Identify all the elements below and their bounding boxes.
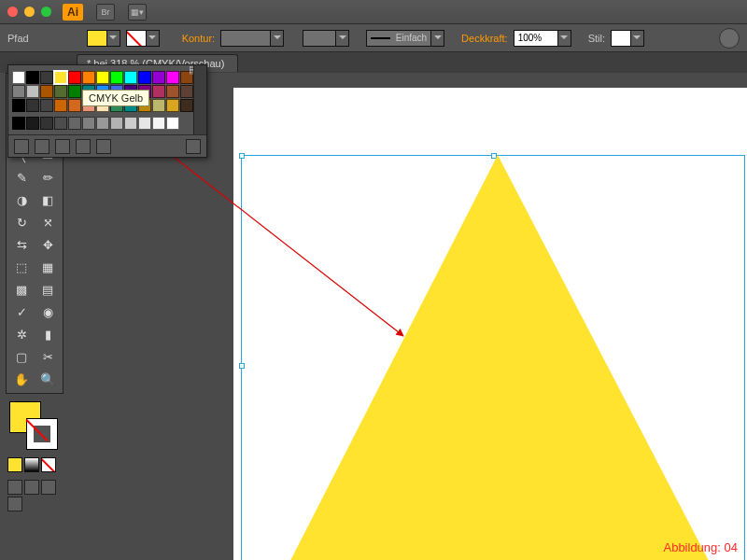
swatch[interactable] bbox=[68, 117, 81, 130]
swatch-libraries-menu[interactable] bbox=[14, 139, 29, 154]
chevron-down-icon[interactable] bbox=[336, 30, 349, 47]
new-color-group-button[interactable] bbox=[76, 139, 91, 154]
swatch[interactable] bbox=[180, 85, 193, 98]
scale-tool[interactable]: ⤧ bbox=[35, 212, 60, 232]
swatch[interactable] bbox=[54, 85, 67, 98]
slice-tool[interactable]: ✂ bbox=[35, 346, 60, 367]
swatch[interactable] bbox=[26, 117, 39, 130]
swatch[interactable] bbox=[138, 71, 151, 84]
chevron-down-icon[interactable] bbox=[271, 30, 284, 47]
new-swatch-button[interactable] bbox=[96, 139, 111, 154]
swatch[interactable] bbox=[12, 71, 25, 84]
bridge-button[interactable]: Br bbox=[96, 4, 115, 21]
swatch[interactable] bbox=[124, 71, 137, 84]
rotate-tool[interactable]: ↻ bbox=[9, 212, 34, 232]
mesh-tool[interactable]: ▩ bbox=[9, 279, 34, 300]
shape-builder-tool[interactable]: ⬚ bbox=[9, 257, 34, 277]
artboard[interactable]: Abbildung: 04 bbox=[233, 88, 747, 560]
eyedropper-tool[interactable]: ✓ bbox=[9, 301, 34, 322]
artboard-tool[interactable]: ▢ bbox=[9, 346, 34, 367]
swatch[interactable] bbox=[110, 71, 123, 84]
pencil-tool[interactable]: ✏ bbox=[35, 167, 60, 188]
screen-mode-button[interactable] bbox=[41, 480, 56, 495]
swatch[interactable] bbox=[180, 99, 193, 112]
swatch[interactable] bbox=[152, 117, 165, 130]
swatch[interactable] bbox=[54, 71, 67, 84]
zoom-tool[interactable]: 🔍 bbox=[35, 369, 60, 389]
color-mode-none[interactable] bbox=[41, 457, 56, 472]
arrange-documents-button[interactable]: ▦▾ bbox=[128, 4, 147, 21]
swatch[interactable] bbox=[26, 85, 39, 98]
swatch[interactable] bbox=[166, 85, 179, 98]
panel-toggle-button[interactable] bbox=[719, 28, 740, 49]
swatch[interactable] bbox=[152, 71, 165, 84]
eraser-tool[interactable]: ◧ bbox=[35, 189, 60, 210]
swatch[interactable] bbox=[166, 117, 179, 130]
zoom-window-button[interactable] bbox=[41, 7, 51, 17]
swatch[interactable] bbox=[96, 71, 109, 84]
stroke-swatch-none[interactable] bbox=[126, 30, 147, 47]
stroke-swatch-dropdown[interactable] bbox=[126, 30, 160, 47]
change-screen-button[interactable] bbox=[7, 497, 22, 511]
chevron-down-icon[interactable] bbox=[431, 30, 444, 47]
delete-swatch-button[interactable] bbox=[186, 139, 201, 154]
swatch[interactable] bbox=[12, 85, 25, 98]
chevron-down-icon[interactable] bbox=[631, 30, 644, 47]
swatch[interactable] bbox=[26, 99, 39, 112]
blob-brush-tool[interactable]: ◑ bbox=[9, 189, 34, 210]
minimize-window-button[interactable] bbox=[24, 7, 35, 17]
fill-swatch[interactable] bbox=[87, 30, 107, 47]
screen-mode-button[interactable] bbox=[7, 480, 22, 495]
swatch[interactable] bbox=[166, 71, 179, 84]
symbol-sprayer-tool[interactable]: ✲ bbox=[9, 324, 34, 344]
column-graph-tool[interactable]: ▮ bbox=[35, 324, 60, 344]
chevron-down-icon[interactable] bbox=[147, 30, 160, 47]
swatch[interactable] bbox=[82, 117, 95, 130]
stroke-label[interactable]: Kontur: bbox=[182, 33, 215, 44]
swatch[interactable] bbox=[110, 117, 123, 130]
color-mode-solid[interactable] bbox=[7, 457, 22, 472]
color-mode-gradient[interactable] bbox=[24, 457, 39, 472]
graphic-style-dropdown[interactable] bbox=[611, 30, 644, 47]
swatch[interactable] bbox=[26, 71, 39, 84]
gradient-tool[interactable]: ▤ bbox=[35, 279, 60, 300]
swatch[interactable] bbox=[40, 85, 53, 98]
swatch[interactable] bbox=[152, 85, 165, 98]
swatch[interactable] bbox=[124, 117, 137, 130]
swatch[interactable] bbox=[82, 71, 95, 84]
panel-scrollbar[interactable] bbox=[193, 65, 206, 134]
chevron-down-icon[interactable] bbox=[558, 30, 571, 47]
swatch[interactable] bbox=[54, 117, 67, 130]
swatch[interactable] bbox=[152, 99, 165, 112]
opacity-dropdown[interactable]: 100% bbox=[514, 30, 571, 47]
fill-swatch-dropdown[interactable] bbox=[87, 30, 120, 47]
swatch[interactable] bbox=[96, 117, 109, 130]
paintbrush-tool[interactable]: ✎ bbox=[9, 167, 34, 188]
swatch[interactable] bbox=[12, 99, 25, 112]
swatch[interactable] bbox=[40, 117, 53, 130]
swatch[interactable] bbox=[68, 71, 81, 84]
swatch[interactable] bbox=[166, 99, 179, 112]
stroke-weight-dropdown[interactable] bbox=[220, 30, 284, 47]
stroke-width-dropdown[interactable] bbox=[303, 30, 349, 47]
swatch[interactable] bbox=[40, 99, 53, 112]
show-swatch-kinds-menu[interactable] bbox=[35, 139, 49, 154]
chevron-down-icon[interactable] bbox=[107, 30, 120, 47]
swatch[interactable] bbox=[68, 99, 81, 112]
fill-stroke-indicator[interactable] bbox=[9, 401, 60, 448]
swatch-options-button[interactable] bbox=[55, 139, 70, 154]
screen-mode-button[interactable] bbox=[24, 480, 39, 495]
free-transform-tool[interactable]: ✥ bbox=[35, 234, 60, 255]
stroke-indicator[interactable] bbox=[26, 418, 58, 450]
stroke-style-dropdown[interactable]: Einfach bbox=[366, 30, 444, 47]
perspective-grid-tool[interactable]: ▦ bbox=[35, 257, 60, 277]
swatch[interactable] bbox=[68, 85, 81, 98]
opacity-value[interactable]: 100% bbox=[514, 30, 558, 47]
swatch[interactable] bbox=[138, 117, 151, 130]
blend-tool[interactable]: ◉ bbox=[35, 301, 60, 322]
swatch[interactable] bbox=[12, 117, 25, 130]
style-swatch[interactable] bbox=[611, 30, 631, 47]
swatch[interactable] bbox=[40, 71, 53, 84]
opacity-label[interactable]: Deckkraft: bbox=[461, 33, 508, 44]
swatch[interactable] bbox=[54, 99, 67, 112]
